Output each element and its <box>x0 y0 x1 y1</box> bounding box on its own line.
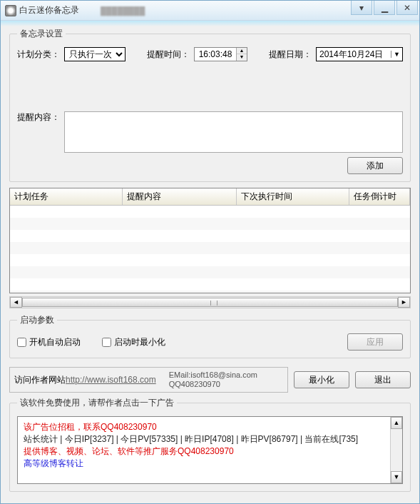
exit-button[interactable]: 退出 <box>355 371 411 388</box>
time-spin-down[interactable]: ▼ <box>237 54 247 61</box>
scroll-left-icon[interactable]: ◄ <box>10 297 22 308</box>
scroll-right-icon[interactable]: ► <box>398 297 410 308</box>
dropdown-button[interactable]: ▾ <box>351 1 372 15</box>
table-body[interactable] <box>10 206 410 293</box>
plan-category-label: 计划分类： <box>17 49 60 61</box>
remind-time-input[interactable]: ▲ ▼ <box>194 47 247 61</box>
ad-box[interactable]: 该广告位招租，联系QQ408230970 站长统计 | 今日IP[3237] |… <box>17 416 403 484</box>
time-spin-up[interactable]: ▲ <box>237 48 247 54</box>
titlebar-blur-text: ████████ <box>101 6 351 15</box>
ad-line-rent[interactable]: 该广告位招租，联系QQ408230970 <box>24 421 396 433</box>
memo-settings-legend: 备忘录设置 <box>17 28 66 40</box>
links-row: 访问作者网站http://www.isoft168.com EMail:isof… <box>9 367 411 393</box>
ad-vertical-scrollbar[interactable]: ▲ ▼ <box>390 417 402 483</box>
author-url[interactable]: http://www.isoft168.com <box>66 375 156 385</box>
minimize-button[interactable]: ▁ <box>374 1 395 15</box>
col-next-exec[interactable]: 下次执行时间 <box>237 188 349 205</box>
ad-line-promo[interactable]: 提供博客、视频、论坛、软件等推广服务QQ408230970 <box>24 445 396 458</box>
titlebar[interactable]: 白云迷你备忘录 ████████ ▾ ▁ ✕ <box>1 1 419 21</box>
author-contact: EMail:isoft168@sina.comQQ408230970 <box>169 371 257 389</box>
apply-button[interactable]: 应用 <box>347 333 403 351</box>
col-countdown[interactable]: 任务倒计时 <box>349 188 410 205</box>
remind-date-input[interactable]: 2014年10月24日 ▼ <box>316 47 403 61</box>
ad-group: 该软件免费使用，请帮作者点击一下广告 该广告位招租，联系QQ408230970 … <box>9 397 411 492</box>
horizontal-scrollbar[interactable]: ◄ ► <box>9 296 411 308</box>
auto-start-checkbox[interactable]: 开机自动启动 <box>17 336 81 348</box>
client-area: 备忘录设置 计划分类： 只执行一次 提醒时间： ▲ ▼ 提醒日期： <box>1 21 419 503</box>
scroll-up-icon[interactable]: ▲ <box>391 417 402 429</box>
start-minimized-input[interactable] <box>102 338 111 347</box>
ad-line-blog[interactable]: 高等级博客转让 <box>24 458 396 470</box>
col-remind-content[interactable]: 提醒内容 <box>123 188 237 205</box>
ad-legend: 该软件免费使用，请帮作者点击一下广告 <box>17 397 177 409</box>
visit-author-label: 访问作者网站 <box>14 375 66 385</box>
remind-content-textarea[interactable] <box>64 111 403 153</box>
minimize-app-button[interactable]: 最小化 <box>294 371 349 388</box>
startup-group: 启动参数 开机自动启动 启动时最小化 应用 <box>9 314 411 358</box>
scroll-thumb[interactable] <box>22 298 398 307</box>
add-button[interactable]: 添加 <box>347 157 403 174</box>
start-minimized-checkbox[interactable]: 启动时最小化 <box>102 336 165 348</box>
memo-settings-group: 备忘录设置 计划分类： 只执行一次 提醒时间： ▲ ▼ 提醒日期： <box>9 28 411 182</box>
startup-legend: 启动参数 <box>17 314 57 326</box>
table-header: 计划任务 提醒内容 下次执行时间 任务倒计时 <box>10 188 410 206</box>
plan-category-select[interactable]: 只执行一次 <box>64 47 126 61</box>
ad-stats: 站长统计 | 今日IP[3237] | 今日PV[57335] | 昨日IP[4… <box>24 433 396 445</box>
window-title: 白云迷你备忘录 <box>19 4 79 16</box>
remind-time-field[interactable] <box>195 49 236 59</box>
remind-time-label: 提醒时间： <box>147 49 190 61</box>
auto-start-input[interactable] <box>17 338 26 347</box>
author-link-box: 访问作者网站http://www.isoft168.com EMail:isof… <box>9 367 288 393</box>
remind-date-value: 2014年10月24日 <box>319 49 391 61</box>
date-dropdown-icon[interactable]: ▼ <box>391 51 402 58</box>
scroll-down-icon[interactable]: ▼ <box>391 471 402 483</box>
main-window: 白云迷你备忘录 ████████ ▾ ▁ ✕ 备忘录设置 计划分类： 只执行一次… <box>0 0 420 504</box>
app-icon <box>5 5 16 16</box>
remind-content-label: 提醒内容： <box>17 111 60 124</box>
task-table[interactable]: 计划任务 提醒内容 下次执行时间 任务倒计时 <box>9 188 411 293</box>
close-button[interactable]: ✕ <box>396 1 418 15</box>
remind-date-label: 提醒日期： <box>269 49 312 61</box>
col-plan-task[interactable]: 计划任务 <box>10 188 123 205</box>
